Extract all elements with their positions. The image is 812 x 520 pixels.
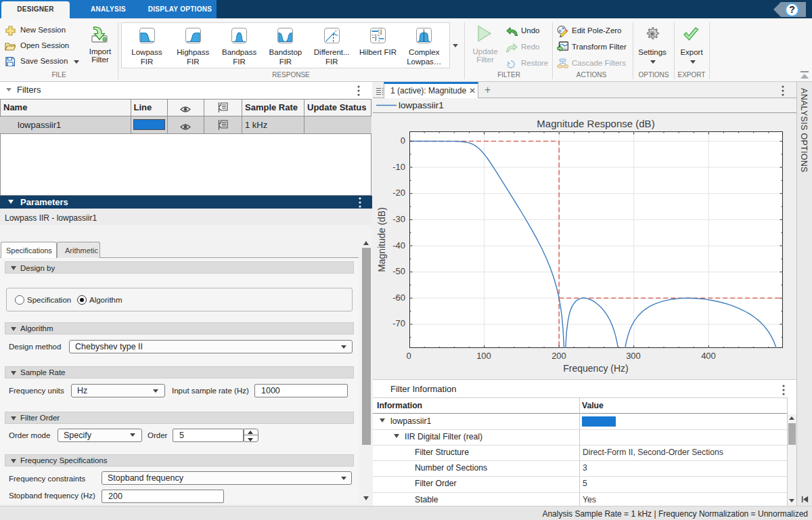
svg-text:−j: −j	[372, 35, 377, 41]
svg-text:j: j	[380, 28, 382, 35]
